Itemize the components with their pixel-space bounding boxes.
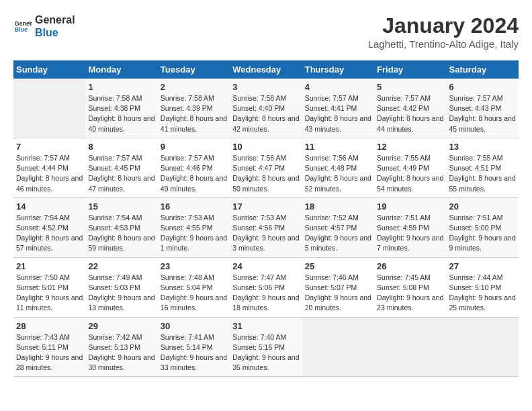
day-number: 31 bbox=[232, 321, 299, 331]
header-friday: Friday bbox=[374, 60, 446, 79]
day-number: 27 bbox=[449, 261, 516, 271]
day-info: Sunrise: 7:41 AM Sunset: 5:14 PM Dayligh… bbox=[161, 332, 227, 373]
day-info: Sunrise: 7:57 AM Sunset: 4:43 PM Dayligh… bbox=[449, 93, 516, 134]
calendar-cell: 14 Sunrise: 7:54 AM Sunset: 4:52 PM Dayl… bbox=[13, 197, 85, 257]
day-info: Sunrise: 7:57 AM Sunset: 4:42 PM Dayligh… bbox=[377, 93, 443, 134]
calendar-table: Sunday Monday Tuesday Wednesday Thursday… bbox=[13, 60, 519, 377]
day-info: Sunrise: 7:57 AM Sunset: 4:46 PM Dayligh… bbox=[161, 153, 227, 194]
day-info: Sunrise: 7:49 AM Sunset: 5:03 PM Dayligh… bbox=[88, 273, 154, 314]
header-wednesday: Wednesday bbox=[230, 60, 302, 79]
month-title: January 2024 bbox=[368, 13, 519, 38]
header-thursday: Thursday bbox=[302, 60, 374, 79]
calendar-cell: 21 Sunrise: 7:50 AM Sunset: 5:01 PM Dayl… bbox=[13, 257, 85, 317]
day-number: 23 bbox=[161, 261, 227, 271]
calendar-cell: 15 Sunrise: 7:54 AM Sunset: 4:53 PM Dayl… bbox=[85, 197, 157, 257]
day-number: 21 bbox=[16, 261, 83, 271]
day-info: Sunrise: 7:56 AM Sunset: 4:47 PM Dayligh… bbox=[232, 153, 299, 194]
day-info: Sunrise: 7:50 AM Sunset: 5:01 PM Dayligh… bbox=[16, 273, 83, 314]
day-number: 22 bbox=[88, 261, 154, 271]
day-info: Sunrise: 7:42 AM Sunset: 5:13 PM Dayligh… bbox=[88, 332, 154, 373]
calendar-cell: 8 Sunrise: 7:57 AM Sunset: 4:45 PM Dayli… bbox=[85, 138, 157, 197]
day-info: Sunrise: 7:40 AM Sunset: 5:16 PM Dayligh… bbox=[232, 332, 299, 373]
header-monday: Monday bbox=[85, 60, 157, 79]
day-info: Sunrise: 7:53 AM Sunset: 4:56 PM Dayligh… bbox=[232, 213, 299, 254]
calendar-cell: 29 Sunrise: 7:42 AM Sunset: 5:13 PM Dayl… bbox=[85, 317, 157, 377]
day-number: 26 bbox=[377, 261, 443, 271]
day-info: Sunrise: 7:51 AM Sunset: 5:00 PM Dayligh… bbox=[449, 213, 516, 254]
day-number: 5 bbox=[377, 82, 443, 92]
day-info: Sunrise: 7:54 AM Sunset: 4:52 PM Dayligh… bbox=[16, 213, 83, 254]
day-number: 6 bbox=[449, 82, 516, 92]
calendar-cell: 6 Sunrise: 7:57 AM Sunset: 4:43 PM Dayli… bbox=[447, 79, 519, 138]
calendar-week-row: 28 Sunrise: 7:43 AM Sunset: 5:11 PM Dayl… bbox=[13, 317, 519, 377]
day-number: 7 bbox=[16, 142, 83, 152]
day-number: 9 bbox=[161, 142, 227, 152]
day-number: 10 bbox=[232, 142, 299, 152]
day-info: Sunrise: 7:56 AM Sunset: 4:48 PM Dayligh… bbox=[305, 153, 371, 194]
day-info: Sunrise: 7:55 AM Sunset: 4:51 PM Dayligh… bbox=[449, 153, 516, 194]
calendar-cell: 1 Sunrise: 7:58 AM Sunset: 4:38 PM Dayli… bbox=[85, 79, 157, 138]
header-tuesday: Tuesday bbox=[158, 60, 230, 79]
day-info: Sunrise: 7:58 AM Sunset: 4:39 PM Dayligh… bbox=[161, 93, 227, 134]
calendar-cell: 7 Sunrise: 7:57 AM Sunset: 4:44 PM Dayli… bbox=[13, 138, 85, 197]
calendar-cell bbox=[13, 79, 85, 138]
day-info: Sunrise: 7:47 AM Sunset: 5:06 PM Dayligh… bbox=[232, 273, 299, 314]
day-number: 4 bbox=[305, 82, 371, 92]
calendar-cell: 25 Sunrise: 7:46 AM Sunset: 5:07 PM Dayl… bbox=[302, 257, 374, 317]
logo-general-text: General bbox=[35, 13, 75, 26]
calendar-cell: 24 Sunrise: 7:47 AM Sunset: 5:06 PM Dayl… bbox=[230, 257, 302, 317]
day-info: Sunrise: 7:57 AM Sunset: 4:41 PM Dayligh… bbox=[305, 93, 371, 134]
calendar-cell: 27 Sunrise: 7:44 AM Sunset: 5:10 PM Dayl… bbox=[447, 257, 519, 317]
day-number: 2 bbox=[161, 82, 227, 92]
day-info: Sunrise: 7:44 AM Sunset: 5:10 PM Dayligh… bbox=[449, 273, 516, 314]
calendar-cell: 10 Sunrise: 7:56 AM Sunset: 4:47 PM Dayl… bbox=[230, 138, 302, 197]
day-info: Sunrise: 7:57 AM Sunset: 4:44 PM Dayligh… bbox=[16, 153, 83, 194]
header-saturday: Saturday bbox=[447, 60, 519, 79]
calendar-cell: 20 Sunrise: 7:51 AM Sunset: 5:00 PM Dayl… bbox=[447, 197, 519, 257]
calendar-cell: 9 Sunrise: 7:57 AM Sunset: 4:46 PM Dayli… bbox=[158, 138, 230, 197]
calendar-cell: 22 Sunrise: 7:49 AM Sunset: 5:03 PM Dayl… bbox=[85, 257, 157, 317]
calendar-cell bbox=[302, 317, 374, 377]
calendar-week-row: 1 Sunrise: 7:58 AM Sunset: 4:38 PM Dayli… bbox=[13, 79, 519, 138]
header-sunday: Sunday bbox=[13, 60, 85, 79]
day-number: 19 bbox=[377, 201, 443, 212]
svg-text:Blue: Blue bbox=[14, 27, 28, 34]
day-info: Sunrise: 7:58 AM Sunset: 4:40 PM Dayligh… bbox=[232, 93, 299, 134]
calendar-cell: 26 Sunrise: 7:45 AM Sunset: 5:08 PM Dayl… bbox=[374, 257, 446, 317]
calendar-cell: 31 Sunrise: 7:40 AM Sunset: 5:16 PM Dayl… bbox=[230, 317, 302, 377]
day-number: 30 bbox=[161, 321, 227, 331]
calendar-cell: 3 Sunrise: 7:58 AM Sunset: 4:40 PM Dayli… bbox=[230, 79, 302, 138]
day-number: 16 bbox=[161, 201, 227, 212]
calendar-cell: 4 Sunrise: 7:57 AM Sunset: 4:41 PM Dayli… bbox=[302, 79, 374, 138]
calendar-cell: 11 Sunrise: 7:56 AM Sunset: 4:48 PM Dayl… bbox=[302, 138, 374, 197]
day-info: Sunrise: 7:51 AM Sunset: 4:59 PM Dayligh… bbox=[377, 213, 443, 254]
day-info: Sunrise: 7:45 AM Sunset: 5:08 PM Dayligh… bbox=[377, 273, 443, 314]
day-number: 14 bbox=[16, 201, 83, 212]
day-info: Sunrise: 7:48 AM Sunset: 5:04 PM Dayligh… bbox=[161, 273, 227, 314]
calendar-cell: 28 Sunrise: 7:43 AM Sunset: 5:11 PM Dayl… bbox=[13, 317, 85, 377]
title-area: January 2024 Laghetti, Trentino-Alto Adi… bbox=[368, 13, 519, 50]
calendar-cell: 18 Sunrise: 7:52 AM Sunset: 4:57 PM Dayl… bbox=[302, 197, 374, 257]
day-info: Sunrise: 7:46 AM Sunset: 5:07 PM Dayligh… bbox=[305, 273, 371, 314]
day-number: 13 bbox=[449, 142, 516, 152]
calendar-cell: 16 Sunrise: 7:53 AM Sunset: 4:55 PM Dayl… bbox=[158, 197, 230, 257]
weekday-header-row: Sunday Monday Tuesday Wednesday Thursday… bbox=[13, 60, 519, 79]
logo: General Blue General Blue bbox=[13, 13, 75, 39]
day-number: 18 bbox=[305, 201, 371, 212]
day-number: 3 bbox=[232, 82, 299, 92]
calendar-cell bbox=[374, 317, 446, 377]
calendar-cell: 23 Sunrise: 7:48 AM Sunset: 5:04 PM Dayl… bbox=[158, 257, 230, 317]
calendar-cell: 13 Sunrise: 7:55 AM Sunset: 4:51 PM Dayl… bbox=[447, 138, 519, 197]
calendar-body: 1 Sunrise: 7:58 AM Sunset: 4:38 PM Dayli… bbox=[13, 79, 519, 377]
day-number: 11 bbox=[305, 142, 371, 152]
day-number: 1 bbox=[88, 82, 154, 92]
day-number: 8 bbox=[88, 142, 154, 152]
calendar-week-row: 7 Sunrise: 7:57 AM Sunset: 4:44 PM Dayli… bbox=[13, 138, 519, 197]
day-number: 12 bbox=[377, 142, 443, 152]
calendar-cell: 19 Sunrise: 7:51 AM Sunset: 4:59 PM Dayl… bbox=[374, 197, 446, 257]
calendar-week-row: 21 Sunrise: 7:50 AM Sunset: 5:01 PM Dayl… bbox=[13, 257, 519, 317]
day-number: 28 bbox=[16, 321, 83, 331]
calendar-cell: 2 Sunrise: 7:58 AM Sunset: 4:39 PM Dayli… bbox=[158, 79, 230, 138]
day-info: Sunrise: 7:54 AM Sunset: 4:53 PM Dayligh… bbox=[88, 213, 154, 254]
calendar-cell: 17 Sunrise: 7:53 AM Sunset: 4:56 PM Dayl… bbox=[230, 197, 302, 257]
